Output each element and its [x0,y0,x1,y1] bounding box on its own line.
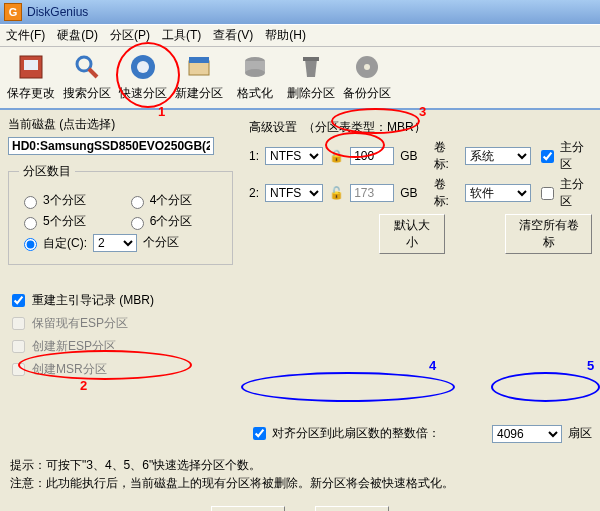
menu-tools[interactable]: 工具(T) [162,27,201,44]
unlock-icon: 🔓 [329,186,344,200]
disk-select-input[interactable] [8,137,214,155]
annot-circle-3b [325,132,385,158]
chk-esp-keep: 保留现有ESP分区 [8,314,233,333]
radio-custom[interactable]: 自定(C): [19,234,87,252]
tool-delete[interactable]: 删除分区 [286,51,336,102]
svg-point-10 [245,69,265,77]
radio-5[interactable]: 5个分区 [19,213,86,230]
radio-4[interactable]: 4个分区 [126,192,193,209]
app-icon: G [4,3,22,21]
tool-format[interactable]: 格式化 [230,51,280,102]
menu-help[interactable]: 帮助(H) [265,27,306,44]
tool-new[interactable]: 新建分区 [174,51,224,102]
vol-select-2[interactable]: 软件 [465,184,531,202]
annot-circle-3a [331,108,420,134]
annot-4: 4 [429,358,436,373]
annot-2: 2 [80,378,87,393]
annot-circle-1 [116,42,180,108]
title-bar: G DiskGenius [0,0,600,24]
radio-3[interactable]: 3个分区 [19,192,86,209]
sector-select[interactable]: 4096 [492,425,562,443]
tool-backup[interactable]: 备份分区 [342,51,392,102]
chk-mbr[interactable]: 重建主引导记录 (MBR) [8,291,233,310]
primary-chk-2[interactable]: 主分区 [537,176,592,210]
menu-disk[interactable]: 硬盘(D) [57,27,98,44]
default-size-button[interactable]: 默认大小 [379,214,445,254]
partition-row-2: 2: NTFS 🔓 GB 卷标: 软件 主分区 [249,176,592,210]
annot-5: 5 [587,358,594,373]
fs-select-1[interactable]: NTFS [265,147,323,165]
app-title: DiskGenius [27,5,88,19]
menu-bar: 文件(F) 硬盘(D) 分区(P) 工具(T) 查看(V) 帮助(H) [0,24,600,47]
menu-file[interactable]: 文件(F) [6,27,45,44]
fs-select-2[interactable]: NTFS [265,184,323,202]
svg-point-2 [77,57,91,71]
tip-2: 注意：此功能执行后，当前磁盘上的现有分区将被删除。新分区将会被快速格式化。 [10,474,590,492]
svg-rect-11 [303,57,319,61]
tool-search[interactable]: 搜索分区 [62,51,112,102]
annot-circle-4 [241,372,455,402]
menu-view[interactable]: 查看(V) [213,27,253,44]
tool-save[interactable]: 保存更改 [6,51,56,102]
vol-select-1[interactable]: 系统 [465,147,531,165]
svg-line-3 [89,69,97,77]
align-checkbox[interactable]: 对齐分区到此扇区数的整数倍： [249,424,440,443]
partition-count-group: 分区数目 3个分区 4个分区 5个分区 6个分区 自定(C): 2 个分区 [8,163,233,265]
tip-1: 提示：可按下"3、4、5、6"快速选择分区个数。 [10,456,590,474]
size-input-2[interactable] [350,184,394,202]
current-disk-label: 当前磁盘 (点击选择) [8,116,233,133]
ok-button[interactable]: 确定 [211,506,285,511]
svg-rect-6 [189,61,209,75]
adv-label: 高级设置 [249,119,297,136]
svg-rect-1 [24,60,38,70]
annot-3: 3 [419,104,426,119]
clear-labels-button[interactable]: 清空所有卷标 [505,214,592,254]
svg-rect-7 [189,57,209,63]
custom-count-select[interactable]: 2 [93,234,137,252]
svg-point-13 [364,64,370,70]
annot-circle-2 [18,350,192,380]
toolbar: 保存更改 搜索分区 快速分区 新建分区 格式化 删除分区 备份分区 [0,47,600,110]
annot-circle-5 [491,372,600,402]
partition-row-1: 1: NTFS 🔒 GB 卷标: 系统 主分区 [249,139,592,173]
primary-chk-1[interactable]: 主分区 [537,139,592,173]
radio-6[interactable]: 6个分区 [126,213,193,230]
cancel-button[interactable]: 取消 [315,506,389,511]
